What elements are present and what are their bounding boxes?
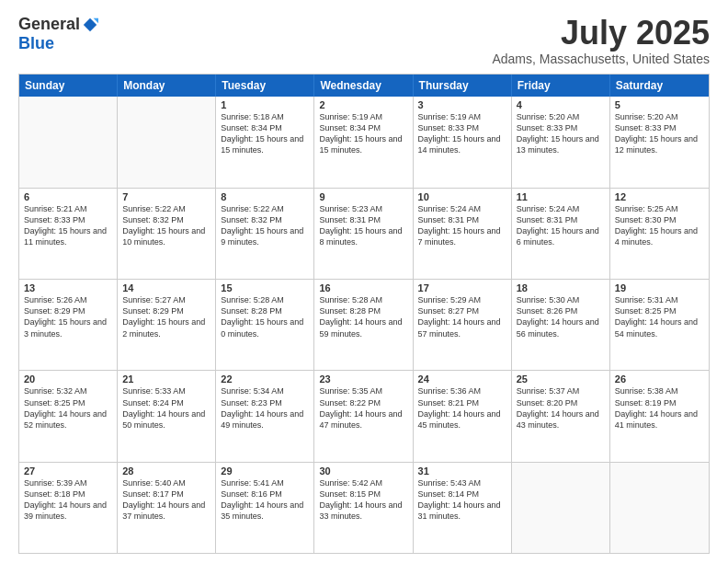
- calendar-body: 1Sunrise: 5:18 AM Sunset: 8:34 PM Daylig…: [19, 97, 709, 553]
- calendar-cell: 7Sunrise: 5:22 AM Sunset: 8:32 PM Daylig…: [118, 189, 216, 279]
- day-number: 11: [517, 191, 605, 202]
- day-number: 24: [418, 373, 506, 385]
- day-info: Sunrise: 5:39 AM Sunset: 8:18 PM Dayligh…: [24, 477, 112, 523]
- day-number: 15: [221, 282, 309, 293]
- day-number: 25: [517, 373, 605, 385]
- day-number: 17: [418, 282, 506, 293]
- calendar-cell: 1Sunrise: 5:18 AM Sunset: 8:34 PM Daylig…: [216, 97, 314, 188]
- day-info: Sunrise: 5:41 AM Sunset: 8:16 PM Dayligh…: [221, 477, 309, 523]
- day-number: 26: [615, 373, 704, 385]
- location: Adams, Massachusetts, United States: [492, 52, 710, 66]
- calendar-cell: 8Sunrise: 5:22 AM Sunset: 8:32 PM Daylig…: [216, 189, 314, 279]
- day-number: 7: [122, 191, 210, 202]
- day-number: 23: [319, 373, 407, 385]
- month-title: July 2025: [492, 15, 710, 52]
- calendar: SundayMondayTuesdayWednesdayThursdayFrid…: [18, 74, 710, 554]
- day-info: Sunrise: 5:40 AM Sunset: 8:17 PM Dayligh…: [122, 477, 210, 523]
- day-info: Sunrise: 5:18 AM Sunset: 8:34 PM Dayligh…: [221, 111, 309, 156]
- day-number: 2: [319, 99, 407, 110]
- weekday-header: Saturday: [610, 75, 709, 97]
- day-info: Sunrise: 5:43 AM Sunset: 8:14 PM Dayligh…: [418, 477, 506, 523]
- weekday-header: Tuesday: [216, 75, 314, 97]
- day-number: 20: [24, 373, 112, 385]
- calendar-week: 6Sunrise: 5:21 AM Sunset: 8:33 PM Daylig…: [19, 188, 709, 279]
- calendar-cell: 23Sunrise: 5:35 AM Sunset: 8:22 PM Dayli…: [314, 371, 413, 461]
- calendar-cell: 15Sunrise: 5:28 AM Sunset: 8:28 PM Dayli…: [216, 280, 314, 370]
- logo: General Blue: [18, 15, 98, 53]
- calendar-cell: 24Sunrise: 5:36 AM Sunset: 8:21 PM Dayli…: [414, 371, 512, 461]
- calendar-cell: 25Sunrise: 5:37 AM Sunset: 8:20 PM Dayli…: [512, 371, 610, 461]
- day-info: Sunrise: 5:34 AM Sunset: 8:23 PM Dayligh…: [221, 385, 309, 431]
- day-number: 4: [517, 99, 605, 110]
- calendar-week: 13Sunrise: 5:26 AM Sunset: 8:29 PM Dayli…: [19, 279, 709, 370]
- calendar-cell: 13Sunrise: 5:26 AM Sunset: 8:29 PM Dayli…: [19, 280, 118, 370]
- day-number: 16: [319, 282, 407, 293]
- day-number: 18: [517, 282, 605, 293]
- calendar-cell: 21Sunrise: 5:33 AM Sunset: 8:24 PM Dayli…: [118, 371, 216, 461]
- day-info: Sunrise: 5:21 AM Sunset: 8:33 PM Dayligh…: [24, 203, 112, 248]
- day-info: Sunrise: 5:22 AM Sunset: 8:32 PM Dayligh…: [122, 203, 210, 248]
- day-number: 1: [221, 99, 309, 110]
- day-info: Sunrise: 5:37 AM Sunset: 8:20 PM Dayligh…: [517, 385, 605, 431]
- day-number: 10: [418, 191, 506, 202]
- day-number: 30: [319, 465, 407, 477]
- calendar-week: 27Sunrise: 5:39 AM Sunset: 8:18 PM Dayli…: [19, 462, 709, 553]
- day-number: 21: [122, 373, 210, 385]
- calendar-cell: 27Sunrise: 5:39 AM Sunset: 8:18 PM Dayli…: [19, 463, 118, 553]
- calendar-cell: 2Sunrise: 5:19 AM Sunset: 8:34 PM Daylig…: [314, 97, 413, 188]
- day-info: Sunrise: 5:19 AM Sunset: 8:33 PM Dayligh…: [418, 111, 506, 156]
- calendar-cell: 17Sunrise: 5:29 AM Sunset: 8:27 PM Dayli…: [414, 280, 512, 370]
- calendar-cell: 19Sunrise: 5:31 AM Sunset: 8:25 PM Dayli…: [610, 280, 709, 370]
- day-info: Sunrise: 5:27 AM Sunset: 8:29 PM Dayligh…: [122, 294, 210, 339]
- day-info: Sunrise: 5:24 AM Sunset: 8:31 PM Dayligh…: [418, 203, 506, 248]
- calendar-cell: 6Sunrise: 5:21 AM Sunset: 8:33 PM Daylig…: [19, 189, 118, 279]
- day-info: Sunrise: 5:22 AM Sunset: 8:32 PM Dayligh…: [221, 203, 309, 248]
- calendar-cell: 29Sunrise: 5:41 AM Sunset: 8:16 PM Dayli…: [216, 463, 314, 553]
- calendar-cell: 31Sunrise: 5:43 AM Sunset: 8:14 PM Dayli…: [414, 463, 512, 553]
- day-number: 6: [24, 191, 112, 202]
- day-info: Sunrise: 5:33 AM Sunset: 8:24 PM Dayligh…: [122, 385, 210, 431]
- calendar-cell: 30Sunrise: 5:42 AM Sunset: 8:15 PM Dayli…: [314, 463, 413, 553]
- logo-general-text: General: [18, 15, 80, 34]
- day-info: Sunrise: 5:20 AM Sunset: 8:33 PM Dayligh…: [615, 111, 704, 156]
- calendar-cell: 22Sunrise: 5:34 AM Sunset: 8:23 PM Dayli…: [216, 371, 314, 461]
- day-number: 22: [221, 373, 309, 385]
- calendar-cell: 20Sunrise: 5:32 AM Sunset: 8:25 PM Dayli…: [19, 371, 118, 461]
- calendar-cell: [19, 97, 118, 188]
- day-info: Sunrise: 5:28 AM Sunset: 8:28 PM Dayligh…: [221, 294, 309, 339]
- calendar-cell: 3Sunrise: 5:19 AM Sunset: 8:33 PM Daylig…: [414, 97, 512, 188]
- calendar-header: SundayMondayTuesdayWednesdayThursdayFrid…: [19, 75, 709, 97]
- day-info: Sunrise: 5:32 AM Sunset: 8:25 PM Dayligh…: [24, 385, 112, 431]
- calendar-cell: 26Sunrise: 5:38 AM Sunset: 8:19 PM Dayli…: [610, 371, 709, 461]
- calendar-cell: 14Sunrise: 5:27 AM Sunset: 8:29 PM Dayli…: [118, 280, 216, 370]
- calendar-cell: 11Sunrise: 5:24 AM Sunset: 8:31 PM Dayli…: [512, 189, 610, 279]
- day-info: Sunrise: 5:24 AM Sunset: 8:31 PM Dayligh…: [517, 203, 605, 248]
- day-info: Sunrise: 5:38 AM Sunset: 8:19 PM Dayligh…: [615, 385, 704, 431]
- calendar-cell: 4Sunrise: 5:20 AM Sunset: 8:33 PM Daylig…: [512, 97, 610, 188]
- calendar-week: 1Sunrise: 5:18 AM Sunset: 8:34 PM Daylig…: [19, 97, 709, 188]
- calendar-cell: [512, 463, 610, 553]
- day-info: Sunrise: 5:42 AM Sunset: 8:15 PM Dayligh…: [319, 477, 407, 523]
- day-info: Sunrise: 5:36 AM Sunset: 8:21 PM Dayligh…: [418, 385, 506, 431]
- logo-icon: [82, 17, 98, 33]
- day-number: 3: [418, 99, 506, 110]
- day-number: 9: [319, 191, 407, 202]
- day-info: Sunrise: 5:28 AM Sunset: 8:28 PM Dayligh…: [319, 294, 407, 339]
- day-info: Sunrise: 5:31 AM Sunset: 8:25 PM Dayligh…: [615, 294, 704, 339]
- day-number: 31: [418, 465, 506, 477]
- day-info: Sunrise: 5:19 AM Sunset: 8:34 PM Dayligh…: [319, 111, 407, 156]
- day-number: 27: [24, 465, 112, 477]
- calendar-cell: [610, 463, 709, 553]
- title-block: July 2025 Adams, Massachusetts, United S…: [492, 15, 710, 66]
- day-number: 14: [122, 282, 210, 293]
- weekday-header: Sunday: [19, 75, 118, 97]
- day-info: Sunrise: 5:23 AM Sunset: 8:31 PM Dayligh…: [319, 203, 407, 248]
- calendar-cell: 18Sunrise: 5:30 AM Sunset: 8:26 PM Dayli…: [512, 280, 610, 370]
- day-number: 12: [615, 191, 704, 202]
- calendar-cell: 5Sunrise: 5:20 AM Sunset: 8:33 PM Daylig…: [610, 97, 709, 188]
- day-info: Sunrise: 5:25 AM Sunset: 8:30 PM Dayligh…: [615, 203, 704, 248]
- svg-marker-0: [84, 17, 97, 30]
- weekday-header: Friday: [512, 75, 610, 97]
- calendar-cell: 28Sunrise: 5:40 AM Sunset: 8:17 PM Dayli…: [118, 463, 216, 553]
- calendar-week: 20Sunrise: 5:32 AM Sunset: 8:25 PM Dayli…: [19, 370, 709, 461]
